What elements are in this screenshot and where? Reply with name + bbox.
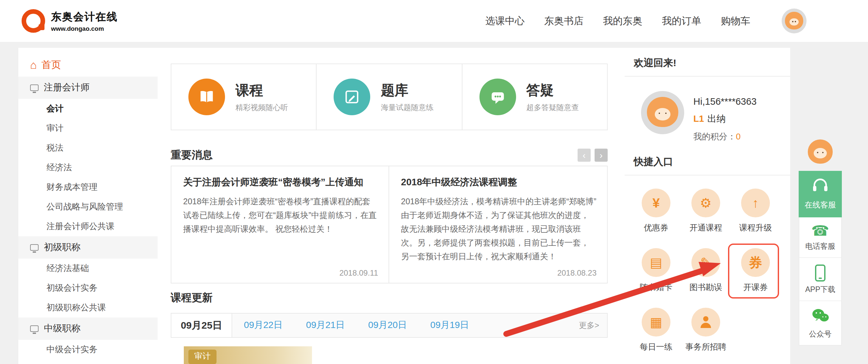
monitor-icon (30, 244, 39, 251)
news-pager: ‹ › (578, 149, 608, 162)
quick-entry-coupon[interactable]: ¥ 优惠券 (631, 184, 681, 235)
feature-cards: 课程 精彩视频随心听 题库 海量试题随意练 答疑 超多答 (171, 63, 608, 130)
nav-bookstore[interactable]: 东奥书店 (544, 15, 584, 27)
news-section-title: 重要消息 (171, 148, 213, 162)
online-service-button[interactable]: 在线客服 (799, 171, 842, 217)
phone-service-button[interactable]: ☎ 电话客服 (799, 217, 841, 257)
sidebar-item-junior-accounting[interactable]: 初级会计实务 (18, 278, 158, 298)
tab-date-0925[interactable]: 09月25日 (172, 314, 232, 337)
content-area: ⌂ 首页 注册会计师 会计 审计 税法 经济法 财务成本管理 公司战略与风险管理… (18, 48, 790, 364)
tab-date-0922[interactable]: 09月22日 (232, 314, 294, 337)
sidebar-item-cpa-public[interactable]: 注册会计师公共课 (18, 217, 158, 236)
welcome-panel: 欢迎回来! Hi,156****6363 L1出纳 我的积分：0 快捷入口 ¥ … (625, 48, 790, 364)
book-icon (188, 79, 225, 115)
top-header: 东奥会计在线 www.dongao.com 选课中心 东奥书店 我的东奥 我的订… (0, 0, 868, 42)
wechat-icon (811, 308, 829, 326)
news-date: 2018.09.11 (339, 269, 378, 278)
subject-badge: 审计 (188, 349, 217, 364)
welcome-title: 欢迎回来! (625, 48, 790, 77)
quick-entries-title: 快捷入口 (625, 156, 790, 175)
news-next-button[interactable]: › (595, 149, 608, 162)
quick-entry-gift-card[interactable]: ▤ 随书赠卡 (631, 244, 681, 295)
sidebar-section-cpa[interactable]: 注册会计师 (18, 77, 158, 99)
sidebar-section-intermediate[interactable]: 中级职称 (18, 317, 158, 340)
sidebar-item-audit[interactable]: 审计 (18, 118, 158, 138)
sidebar-item-econ-law-basics[interactable]: 经济法基础 (18, 259, 158, 278)
quick-entry-firm-recruiting[interactable]: 事务所招聘 (681, 303, 731, 354)
user-greeting: Hi,156****6363 (693, 96, 757, 107)
points-value: 0 (736, 132, 740, 141)
course-update-row[interactable]: 审计 (184, 346, 312, 364)
news-prev-button[interactable]: ‹ (578, 149, 591, 162)
level-badge: L1 (693, 113, 704, 124)
profile-avatar[interactable] (641, 91, 684, 134)
app-download-button[interactable]: APP下载 (799, 257, 841, 301)
phone-icon: ☎ (811, 224, 829, 238)
news-item: 关于注册会计师逆袭班“密卷模考”上传通知 2018年注册会计师逆袭班“密卷模考”… (172, 166, 389, 283)
site-logo[interactable]: 东奥会计在线 www.dongao.com (22, 9, 118, 33)
logo-title: 东奥会计在线 (51, 10, 118, 24)
sidebar-item-intermediate-accounting[interactable]: 中级会计实务 (18, 340, 158, 359)
pencil-icon (334, 79, 371, 115)
nav-course-center[interactable]: 选课中心 (485, 15, 525, 27)
nav-cart[interactable]: 购物车 (721, 15, 750, 27)
monitor-icon (30, 326, 39, 332)
quick-entry-daily-practice[interactable]: ▦ 每日一练 (631, 303, 681, 354)
logo-subtitle: www.dongao.com (51, 25, 118, 32)
course-update-tabs: 09月25日 09月22日 09月21日 09月20日 09月19日 更多> (171, 313, 608, 338)
category-sidebar: ⌂ 首页 注册会计师 会计 审计 税法 经济法 财务成本管理 公司战略与风险管理… (18, 48, 158, 364)
course-ticket-highlight-box (728, 244, 779, 299)
sidebar-section-junior[interactable]: 初级职称 (18, 236, 158, 259)
news-title[interactable]: 2018年中级经济法课程调整 (401, 176, 596, 189)
tab-date-0920[interactable]: 09月20日 (356, 314, 418, 337)
user-points: 我的积分：0 (693, 131, 740, 143)
news-date: 2018.08.23 (557, 269, 596, 278)
page: 东奥会计在线 www.dongao.com 选课中心 东奥书店 我的东奥 我的订… (0, 0, 868, 364)
news-item: 2018年中级经济法课程调整 2018年中级经济法，模考精讲班中的主讲老师“郑晓… (389, 166, 607, 283)
upgrade-icon: ↑ (741, 189, 770, 217)
quick-entry-activate-course[interactable]: ⚙ 开通课程 (681, 184, 731, 235)
people-icon (691, 308, 720, 336)
daily-practice-icon: ▦ (642, 308, 671, 336)
chat-icon (479, 79, 516, 115)
service-mascot (803, 134, 838, 170)
course-updates-title: 课程更新 (171, 291, 213, 305)
sidebar-item-tax-law[interactable]: 税法 (18, 138, 158, 158)
mobile-icon (815, 264, 826, 281)
gear-icon: ⚙ (691, 189, 720, 217)
sidebar-item-junior-public[interactable]: 初级职称公共课 (18, 298, 158, 317)
user-level: L1出纳 (693, 113, 726, 125)
errata-icon: ✎ (691, 248, 720, 277)
home-icon: ⌂ (30, 59, 37, 71)
news-body: 2018年中级经济法，模考精讲班中的主讲老师“郑晓博” 由于老师近期身体不适，为… (401, 195, 596, 264)
news-body: 2018年注册会计师逆袭班“密卷模考”直播课程的配套试卷已陆续上传，您可在“题库… (183, 195, 378, 236)
wechat-official-button[interactable]: 公众号 (799, 301, 841, 345)
sidebar-item-home[interactable]: ⌂ 首页 (18, 53, 158, 77)
headset-icon (812, 178, 829, 195)
card-courses[interactable]: 课程 精彩视频随心听 (172, 64, 316, 130)
user-avatar[interactable] (782, 8, 807, 33)
sidebar-item-strategy-risk[interactable]: 公司战略与风险管理 (18, 197, 158, 217)
news-panel: 关于注册会计师逆袭班“密卷模考”上传通知 2018年注册会计师逆袭班“密卷模考”… (171, 166, 608, 283)
logo-mark-icon (22, 9, 45, 33)
nav-my-dongao[interactable]: 我的东奥 (603, 15, 642, 27)
card-qa[interactable]: 答疑 超多答疑随意查 (462, 64, 607, 130)
tab-date-0921[interactable]: 09月21日 (294, 314, 356, 337)
tab-date-0919[interactable]: 09月19日 (418, 314, 481, 337)
more-link[interactable]: 更多> (579, 314, 607, 337)
sidebar-item-financial-cost-mgmt[interactable]: 财务成本管理 (18, 177, 158, 197)
monitor-icon (30, 84, 39, 91)
gift-card-icon: ▤ (642, 248, 671, 277)
sidebar-item-accounting[interactable]: 会计 (18, 99, 158, 118)
sidebar-item-intermediate-finance[interactable]: 中级财务管理 (18, 359, 158, 364)
coupon-icon: ¥ (642, 189, 671, 217)
header-nav: 选课中心 东奥书店 我的东奥 我的订单 购物车 (485, 8, 807, 33)
nav-my-orders[interactable]: 我的订单 (662, 15, 701, 27)
sidebar-item-economic-law[interactable]: 经济法 (18, 158, 158, 177)
quick-entry-course-upgrade[interactable]: ↑ 课程升级 (731, 184, 780, 235)
news-title[interactable]: 关于注册会计师逆袭班“密卷模考”上传通知 (183, 176, 378, 189)
card-question-bank[interactable]: 题库 海量试题随意练 (316, 64, 462, 130)
service-panel: 在线客服 ☎ 电话客服 APP下载 公众号 (799, 134, 842, 346)
quick-entry-errata[interactable]: ✎ 图书勘误 (681, 244, 731, 295)
